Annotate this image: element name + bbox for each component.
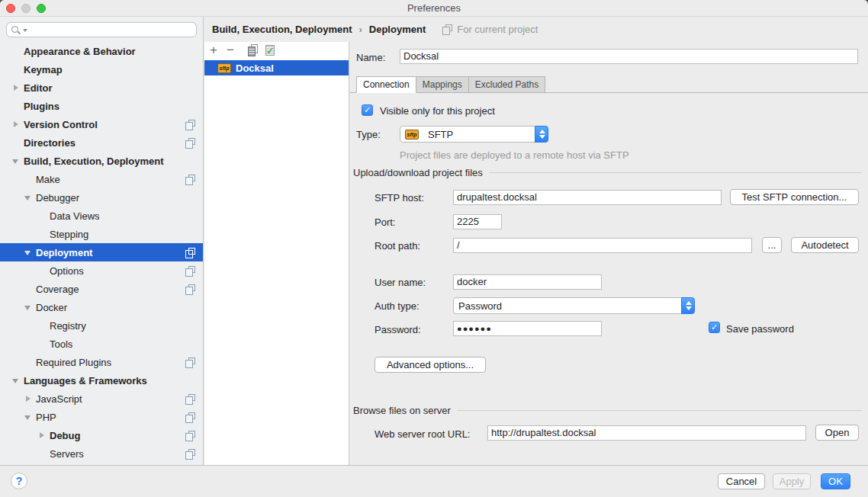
section-divider	[489, 172, 862, 173]
current-project-icon	[442, 24, 452, 34]
sidebar-item-version-control[interactable]: Version Control	[0, 115, 203, 133]
browse-root-path-button[interactable]: ...	[762, 237, 782, 253]
sftp-host-field[interactable]: drupaltest.docksal	[453, 190, 722, 205]
chevron-right-icon[interactable]	[11, 115, 21, 133]
chevron-right-icon[interactable]	[37, 426, 47, 444]
sidebar-item-servers[interactable]: Servers	[0, 444, 203, 463]
sidebar-item-stepping[interactable]: Stepping	[0, 225, 203, 243]
spacer	[11, 60, 21, 79]
sidebar-item-label: Required Plugins	[36, 357, 111, 368]
sidebar-item-label: Deployment	[36, 247, 92, 258]
spacer	[37, 316, 47, 335]
sidebar-item-label: Directories	[24, 137, 76, 149]
spacer	[37, 207, 47, 225]
spacer	[11, 42, 21, 60]
search-icon	[11, 26, 21, 35]
chevron-down-icon[interactable]	[23, 298, 34, 316]
sidebar-item-label: Plugins	[24, 101, 59, 112]
sidebar-item-build-execution-deployment[interactable]: Build, Execution, Deployment	[0, 152, 203, 170]
sidebar-item-debugger[interactable]: Debugger	[0, 188, 203, 207]
root-path-field[interactable]: /	[453, 238, 752, 253]
chevron-down-icon[interactable]	[11, 371, 21, 390]
save-password-checkbox[interactable]: ✓	[709, 322, 720, 333]
chevron-down-icon[interactable]	[23, 243, 34, 261]
sidebar-item-keymap[interactable]: Keymap	[0, 60, 203, 79]
tab-excluded-paths[interactable]: Excluded Paths	[469, 76, 545, 93]
port-field[interactable]: 2225	[453, 214, 502, 229]
sidebar-item-debug[interactable]: Debug	[0, 426, 203, 444]
settings-sidebar: Appearance & BehaviorKeymapEditorPlugins…	[0, 17, 204, 465]
copy-server-icon[interactable]	[247, 44, 264, 58]
test-sftp-connection-button[interactable]: Test SFTP connection...	[730, 189, 859, 205]
sidebar-item-appearance-behavior[interactable]: Appearance & Behavior	[0, 42, 203, 60]
breadcrumb-current: Deployment	[369, 24, 426, 35]
project-scope-icon	[185, 266, 195, 276]
ok-button[interactable]: OK	[821, 473, 850, 489]
sidebar-item-editor[interactable]: Editor	[0, 79, 203, 97]
sidebar-item-javascript[interactable]: JavaScript	[0, 390, 203, 408]
search-options-caret-icon[interactable]	[23, 29, 27, 32]
advanced-options-button[interactable]: Advanced options...	[375, 357, 486, 373]
apply-button: Apply	[773, 473, 811, 489]
project-scope-icon	[185, 431, 195, 441]
copy-icon	[247, 44, 259, 56]
tab-bar: ConnectionMappingsExcluded Paths	[356, 76, 545, 93]
name-label: Name:	[356, 52, 385, 63]
project-scope-icon	[185, 449, 195, 459]
name-field[interactable]: Docksal	[400, 49, 858, 64]
sidebar-item-deployment[interactable]: Deployment	[0, 243, 203, 261]
server-list-toolbar: + −	[204, 42, 349, 59]
tab-connection[interactable]: Connection	[356, 76, 416, 93]
remove-server-icon[interactable]: −	[227, 44, 243, 58]
tab-mappings[interactable]: Mappings	[416, 76, 469, 93]
add-server-icon[interactable]: +	[210, 44, 227, 58]
sidebar-item-php[interactable]: PHP	[0, 408, 203, 426]
type-dropdown[interactable]: sftp SFTP	[400, 126, 548, 143]
breadcrumb-parent[interactable]: Build, Execution, Deployment	[212, 24, 352, 35]
open-url-button[interactable]: Open	[815, 425, 859, 441]
upload-section-title: Upload/download project files	[353, 167, 483, 178]
search-input[interactable]	[6, 22, 197, 37]
sidebar-item-make[interactable]: Make	[0, 170, 203, 188]
cancel-button[interactable]: Cancel	[718, 473, 765, 489]
chevron-right-icon[interactable]	[23, 390, 34, 408]
sidebar-item-label: Coverage	[36, 284, 79, 295]
sidebar-item-coverage[interactable]: Coverage	[0, 280, 203, 298]
chevron-down-icon[interactable]	[11, 152, 21, 170]
auth-type-dropdown[interactable]: Password	[453, 297, 695, 314]
sidebar-item-label: Editor	[24, 82, 53, 94]
sidebar-item-docker[interactable]: Docker	[0, 298, 203, 316]
root-path-label: Root path:	[375, 240, 420, 252]
save-password-label: Save password	[726, 323, 794, 335]
sidebar-item-options[interactable]: Options	[0, 261, 203, 280]
server-list-item-docksal[interactable]: sftpDocksal	[204, 60, 349, 75]
sidebar-item-required-plugins[interactable]: Required Plugins	[0, 353, 203, 371]
user-name-field[interactable]: docker	[453, 274, 602, 290]
section-divider	[457, 410, 862, 411]
sidebar-item-languages-frameworks[interactable]: Languages & Frameworks	[0, 371, 203, 390]
password-field[interactable]: ●●●●●●	[453, 321, 602, 336]
sidebar-item-plugins[interactable]: Plugins	[0, 97, 203, 115]
help-button[interactable]: ?	[11, 473, 27, 489]
sidebar-item-registry[interactable]: Registry	[0, 316, 203, 335]
visible-only-checkbox[interactable]: ✓	[362, 104, 373, 116]
chevron-down-icon[interactable]	[23, 408, 34, 426]
web-root-field[interactable]: http://drupaltest.docksal	[487, 425, 806, 441]
check-icon	[264, 44, 275, 56]
autodetect-button[interactable]: Autodetect	[791, 237, 859, 253]
type-help-text: Project files are deployed to a remote h…	[400, 149, 629, 161]
scope-indicator: For current project	[442, 24, 538, 35]
sidebar-item-tools[interactable]: Tools	[0, 335, 203, 353]
scope-label: For current project	[457, 24, 538, 35]
sidebar-item-data-views[interactable]: Data Views	[0, 207, 203, 225]
chevron-right-icon[interactable]	[11, 79, 21, 97]
use-as-default-icon[interactable]	[264, 44, 281, 58]
upload-section-header: Upload/download project files	[353, 167, 862, 178]
sftp-icon: sftp	[217, 63, 231, 73]
sidebar-item-label: Make	[36, 174, 60, 185]
chevron-down-icon[interactable]	[23, 188, 34, 207]
sidebar-item-directories[interactable]: Directories	[0, 133, 203, 152]
title-bar: Preferences	[0, 0, 868, 17]
spacer	[37, 444, 47, 463]
auth-type-value: Password	[458, 300, 502, 312]
